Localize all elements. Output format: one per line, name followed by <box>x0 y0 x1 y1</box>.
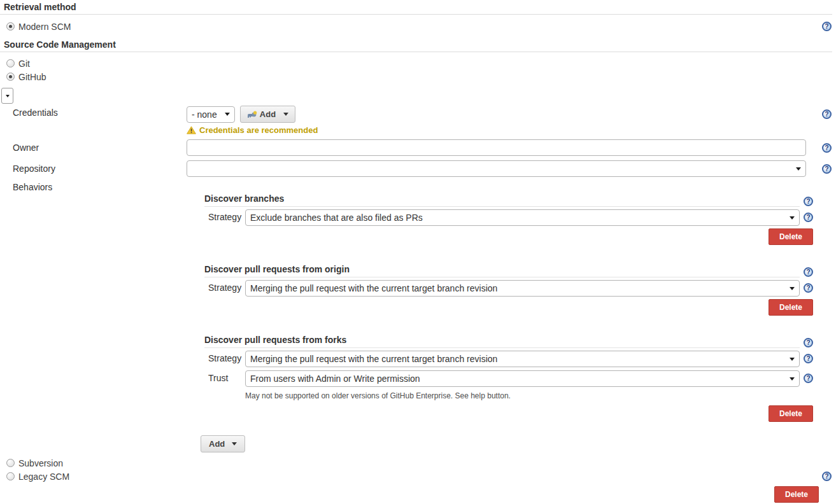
subversion-radio[interactable] <box>6 459 15 467</box>
help-icon[interactable]: ? <box>804 213 813 222</box>
git-option[interactable]: Git <box>6 58 836 69</box>
strategy-label: Strategy <box>204 209 245 222</box>
chevron-down-icon <box>283 113 288 116</box>
delete-behavior-button[interactable]: Delete <box>769 228 813 245</box>
scm-config-page: Retrieval method Modern SCM ? Source Cod… <box>0 0 836 504</box>
help-icon[interactable]: ? <box>804 354 813 363</box>
legacy-scm-label: Legacy SCM <box>18 472 69 482</box>
help-icon[interactable]: ? <box>804 374 813 383</box>
modern-scm-row: Modern SCM ? <box>0 21 836 32</box>
help-icon[interactable]: ? <box>804 338 813 347</box>
owner-label: Owner <box>0 143 187 153</box>
modern-scm-radio[interactable] <box>6 22 15 31</box>
credentials-warning-text: Credentials are recommended <box>199 125 318 135</box>
behaviors-block: Discover branches ? Strategy Exclude bra… <box>201 193 813 452</box>
github-label: GitHub <box>18 72 46 82</box>
strategy-select[interactable]: Exclude branches that are also filed as … <box>245 209 800 226</box>
strategy-label: Strategy <box>204 351 245 363</box>
behavior-title: Discover branches <box>204 193 800 207</box>
behavior-discover-pr-forks: Discover pull requests from forks ? Stra… <box>204 335 813 422</box>
credentials-select[interactable]: - none - <box>187 106 235 123</box>
chevron-down-icon <box>796 167 801 171</box>
help-icon[interactable]: ? <box>804 283 813 293</box>
credentials-row: Credentials - none - <box>0 106 836 135</box>
chevron-down-icon <box>6 95 10 97</box>
strategy-selected-value: Exclude branches that are also filed as … <box>250 213 423 223</box>
owner-row: Owner ? <box>0 139 836 156</box>
warning-icon <box>187 126 196 134</box>
strategy-label: Strategy <box>204 280 245 293</box>
behavior-discover-branches: Discover branches ? Strategy Exclude bra… <box>204 193 813 245</box>
trust-select[interactable]: From users with Admin or Write permissio… <box>245 370 800 387</box>
subversion-option[interactable]: Subversion <box>6 458 836 468</box>
delete-behavior-button[interactable]: Delete <box>769 299 813 316</box>
trust-label: Trust <box>204 370 245 383</box>
legacy-scm-option[interactable]: Legacy SCM <box>6 471 419 482</box>
chevron-down-icon <box>225 113 230 116</box>
trust-note: May not be supported on older versions o… <box>245 391 813 400</box>
credentials-label: Credentials <box>0 106 187 118</box>
credentials-selected-value: - none - <box>192 109 220 120</box>
strategy-selected-value: Merging the pull request with the curren… <box>250 354 497 364</box>
behavior-title: Discover pull requests from origin <box>204 264 800 277</box>
retrieval-method-header: Retrieval method <box>0 0 832 15</box>
behaviors-label: Behaviors <box>0 182 187 192</box>
strategy-select[interactable]: Merging the pull request with the curren… <box>245 351 800 367</box>
chevron-down-icon <box>790 377 795 381</box>
add-behavior-label: Add <box>209 439 225 449</box>
behaviors-row: Behaviors <box>0 182 836 192</box>
help-icon[interactable]: ? <box>822 109 832 119</box>
subversion-label: Subversion <box>18 458 63 468</box>
key-icon <box>247 111 257 118</box>
repository-row: Repository ? <box>0 160 836 177</box>
modern-scm-option[interactable]: Modern SCM <box>6 21 419 32</box>
help-icon[interactable]: ? <box>822 22 832 31</box>
add-behavior-button[interactable]: Add <box>201 435 245 452</box>
delete-behavior-button[interactable]: Delete <box>769 405 813 422</box>
add-credentials-label: Add <box>260 109 276 119</box>
strategy-selected-value: Merging the pull request with the curren… <box>250 283 497 293</box>
repository-label: Repository <box>0 164 187 174</box>
trust-selected-value: From users with Admin or Write permissio… <box>250 374 420 384</box>
github-option[interactable]: GitHub <box>6 71 836 82</box>
github-radio[interactable] <box>6 73 15 81</box>
help-icon[interactable]: ? <box>822 472 832 481</box>
repository-select[interactable] <box>187 160 806 177</box>
chevron-down-icon <box>790 287 795 290</box>
legacy-scm-radio[interactable] <box>6 472 15 480</box>
modern-scm-label: Modern SCM <box>18 22 71 32</box>
git-radio[interactable] <box>6 59 15 67</box>
help-icon[interactable]: ? <box>822 143 832 153</box>
chevron-down-icon <box>790 358 795 361</box>
chevron-down-icon <box>790 216 795 220</box>
chevron-down-icon <box>232 442 237 445</box>
behavior-title: Discover pull requests from forks <box>204 335 800 348</box>
strategy-select[interactable]: Merging the pull request with the curren… <box>245 280 800 297</box>
git-label: Git <box>18 59 30 69</box>
legacy-scm-row: Legacy SCM ? <box>0 471 836 482</box>
owner-input[interactable] <box>187 139 806 156</box>
add-credentials-button[interactable]: Add <box>240 106 295 123</box>
delete-source-button[interactable]: Delete <box>774 486 819 503</box>
behavior-discover-pr-origin: Discover pull requests from origin ? Str… <box>204 264 813 316</box>
github-source-select[interactable] <box>1 88 13 104</box>
help-icon[interactable]: ? <box>804 267 813 277</box>
credentials-warning: Credentials are recommended <box>187 125 806 135</box>
help-icon[interactable]: ? <box>804 197 813 206</box>
help-icon[interactable]: ? <box>822 164 832 174</box>
source-code-management-header: Source Code Management <box>0 38 832 52</box>
